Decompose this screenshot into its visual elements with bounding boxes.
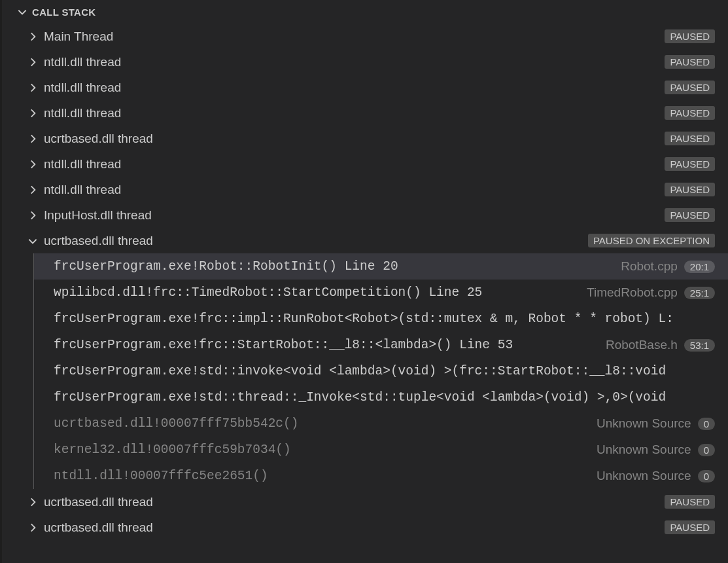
frame-label: kernel32.dll!00007fffc59b7034() <box>54 443 589 457</box>
panel-header[interactable]: CALL STACK <box>2 0 728 24</box>
frame-source: RobotBase.h <box>606 338 678 352</box>
stack-frame[interactable]: ntdll.dll!00007fffc5ee2651()Unknown Sour… <box>34 463 728 489</box>
thread-label: ntdll.dll thread <box>44 81 665 95</box>
thread-row[interactable]: ntdll.dll threadPAUSED <box>2 49 728 75</box>
frame-line-badge: 20:1 <box>684 261 715 273</box>
thread-state-badge: PAUSED <box>665 81 715 94</box>
stack-frame[interactable]: frcUserProgram.exe!std::thread::_Invoke<… <box>34 384 728 410</box>
chevron-right-icon <box>27 31 39 43</box>
frame-group: frcUserProgram.exe!Robot::RobotInit() Li… <box>33 253 728 489</box>
call-stack-tree: Main ThreadPAUSEDntdll.dll threadPAUSEDn… <box>2 24 728 563</box>
thread-row[interactable]: ucrtbased.dll threadPAUSED <box>2 515 728 540</box>
thread-label: ntdll.dll thread <box>44 106 665 120</box>
thread-row[interactable]: ucrtbased.dll threadPAUSED <box>2 126 728 151</box>
thread-row[interactable]: ucrtbased.dll threadPAUSED ON EXCEPTION <box>2 228 728 253</box>
frame-source: Robot.cpp <box>621 259 678 274</box>
chevron-right-icon <box>27 209 39 221</box>
thread-label: ucrtbased.dll thread <box>44 234 588 248</box>
stack-frame[interactable]: frcUserProgram.exe!Robot::RobotInit() Li… <box>34 253 728 280</box>
thread-label: Main Thread <box>44 29 665 44</box>
thread-label: ntdll.dll thread <box>44 55 665 69</box>
frame-line-badge: 0 <box>698 444 715 456</box>
frame-line-badge: 0 <box>698 418 715 430</box>
thread-label: ucrtbased.dll thread <box>44 132 665 146</box>
frame-line-badge: 25:1 <box>684 287 715 299</box>
chevron-right-icon <box>27 107 39 119</box>
thread-row[interactable]: InputHost.dll threadPAUSED <box>2 202 728 228</box>
chevron-right-icon <box>27 56 39 68</box>
stack-frame[interactable]: ucrtbased.dll!00007fff75bb542c()Unknown … <box>34 410 728 437</box>
frame-label: ntdll.dll!00007fffc5ee2651() <box>54 469 589 483</box>
thread-state-badge: PAUSED <box>665 132 715 145</box>
thread-row[interactable]: Main ThreadPAUSED <box>2 24 728 49</box>
thread-row[interactable]: ntdll.dll threadPAUSED <box>2 75 728 100</box>
thread-state-badge: PAUSED <box>665 106 715 120</box>
frame-source: Unknown Source <box>597 469 691 483</box>
frame-label: frcUserProgram.exe!std::invoke<void <lam… <box>54 364 715 378</box>
thread-label: ntdll.dll thread <box>44 157 665 172</box>
chevron-down-icon <box>27 235 39 247</box>
thread-row[interactable]: ucrtbased.dll threadPAUSED <box>2 489 728 515</box>
thread-label: ucrtbased.dll thread <box>44 495 665 509</box>
chevron-right-icon <box>27 158 39 170</box>
frame-label: frcUserProgram.exe!frc::impl::RunRobot<R… <box>54 312 715 326</box>
frame-label: wpilibcd.dll!frc::TimedRobot::StartCompe… <box>54 285 579 300</box>
stack-frame[interactable]: frcUserProgram.exe!frc::impl::RunRobot<R… <box>34 306 728 332</box>
thread-state-badge: PAUSED <box>665 208 715 222</box>
frame-label: frcUserProgram.exe!frc::StartRobot::__l8… <box>54 338 598 352</box>
chevron-right-icon <box>27 496 39 508</box>
thread-state-badge: PAUSED <box>665 183 715 196</box>
stack-frame[interactable]: kernel32.dll!00007fffc59b7034()Unknown S… <box>34 437 728 463</box>
thread-state-badge: PAUSED <box>665 29 715 43</box>
thread-label: ntdll.dll thread <box>44 183 665 197</box>
frame-label: frcUserProgram.exe!Robot::RobotInit() Li… <box>54 259 613 274</box>
thread-label: InputHost.dll thread <box>44 208 665 223</box>
thread-state-badge: PAUSED ON EXCEPTION <box>588 234 715 247</box>
frame-line-badge: 53:1 <box>684 339 715 352</box>
stack-frame[interactable]: frcUserProgram.exe!std::invoke<void <lam… <box>34 358 728 384</box>
frame-source: Unknown Source <box>597 416 691 431</box>
thread-row[interactable]: ntdll.dll threadPAUSED <box>2 151 728 177</box>
thread-state-badge: PAUSED <box>665 495 715 509</box>
chevron-right-icon <box>27 133 39 145</box>
thread-row[interactable]: ntdll.dll threadPAUSED <box>2 177 728 202</box>
chevron-right-icon <box>27 184 39 196</box>
stack-frame[interactable]: frcUserProgram.exe!frc::StartRobot::__l8… <box>34 332 728 358</box>
frame-source: Unknown Source <box>597 443 691 457</box>
chevron-right-icon <box>27 82 39 94</box>
chevron-right-icon <box>27 522 39 534</box>
frame-label: frcUserProgram.exe!std::thread::_Invoke<… <box>54 390 715 405</box>
call-stack-panel: CALL STACK Main ThreadPAUSEDntdll.dll th… <box>0 0 728 563</box>
thread-state-badge: PAUSED <box>665 157 715 171</box>
thread-label: ucrtbased.dll thread <box>44 520 665 535</box>
thread-state-badge: PAUSED <box>665 520 715 534</box>
thread-row[interactable]: ntdll.dll threadPAUSED <box>2 100 728 126</box>
stack-frame[interactable]: wpilibcd.dll!frc::TimedRobot::StartCompe… <box>34 280 728 306</box>
frame-line-badge: 0 <box>698 470 715 482</box>
frame-label: ucrtbased.dll!00007fff75bb542c() <box>54 416 589 431</box>
frame-source: TimedRobot.cpp <box>587 285 678 300</box>
thread-state-badge: PAUSED <box>665 55 715 69</box>
chevron-down-icon <box>16 6 28 18</box>
panel-title: CALL STACK <box>32 7 95 18</box>
